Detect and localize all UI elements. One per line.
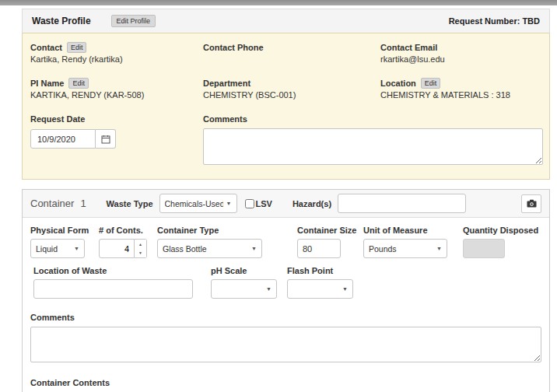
container-header: Container1 Waste Type Chemicals-Used ▼ L… <box>23 190 549 218</box>
contact-edit-button[interactable]: Edit <box>67 42 87 53</box>
unit-of-measure-dropdown[interactable]: Pounds ▼ <box>363 239 447 258</box>
stepper-down-icon[interactable]: ▼ <box>135 249 146 258</box>
department-label: Department <box>203 79 250 88</box>
request-date-label: Request Date <box>30 114 85 124</box>
camera-button[interactable] <box>521 194 541 213</box>
chevron-down-icon: ▼ <box>226 201 232 206</box>
location-of-waste-field: Location of Waste <box>33 266 193 299</box>
quantity-disposed-label: Quantity Disposed <box>463 226 538 235</box>
hazards-label: Hazard(s) <box>293 199 331 208</box>
container-comments-field: Comments <box>30 310 541 366</box>
contact-value: Kartika, Rendy (rkartika) <box>30 54 203 67</box>
top-divider-bar <box>0 0 557 5</box>
num-conts-label: # of Conts. <box>99 226 147 235</box>
chevron-down-icon: ▼ <box>436 246 442 251</box>
chevron-down-icon: ▼ <box>342 286 348 292</box>
chevron-down-icon: ▼ <box>74 246 79 251</box>
flash-point-field: Flash Point ▼ <box>287 266 353 299</box>
pi-name-field: PI Name Edit KARTIKA, RENDY (KAR-508) <box>30 76 203 109</box>
contact-email-label: Contact Email <box>380 43 437 52</box>
pi-name-label: PI Name <box>30 79 64 88</box>
waste-type-label: Waste Type <box>107 199 153 208</box>
container-type-dropdown[interactable]: Glass Bottle ▼ <box>157 239 262 258</box>
waste-profile-page: Waste Profile Edit Profile Request Numbe… <box>22 9 550 392</box>
quantity-disposed-input <box>463 239 505 258</box>
flash-point-label: Flash Point <box>287 266 353 275</box>
profile-comments-textarea[interactable] <box>203 128 543 165</box>
lsv-checkbox-group: LSV <box>245 199 272 208</box>
physical-form-label: Physical Form <box>30 226 89 235</box>
container-contents-title: Container Contents <box>30 378 541 387</box>
ph-scale-field: pH Scale ▼ <box>211 266 277 299</box>
physical-form-dropdown[interactable]: Liquid ▼ <box>30 239 85 258</box>
lsv-checkbox[interactable] <box>245 199 254 208</box>
quantity-disposed-field: Quantity Disposed <box>463 226 538 258</box>
ph-scale-dropdown[interactable]: ▼ <box>211 279 277 299</box>
waste-profile-header: Waste Profile Edit Profile Request Numbe… <box>22 9 550 33</box>
edit-profile-button[interactable]: Edit Profile <box>111 15 156 27</box>
request-number-label: Request Number: <box>449 16 520 26</box>
container-type-label: Container Type <box>157 226 262 235</box>
container-title: Container1 <box>30 198 86 209</box>
request-date-input[interactable] <box>30 129 96 149</box>
num-conts-input[interactable] <box>99 239 135 258</box>
location-label: Location <box>380 79 416 88</box>
waste-type-dropdown[interactable]: Chemicals-Used ▼ <box>159 194 237 213</box>
unit-of-measure-field: Unit of Measure Pounds ▼ <box>363 226 447 258</box>
chevron-down-icon: ▼ <box>251 246 257 251</box>
camera-icon <box>527 199 537 208</box>
location-value: CHEMISTRY & MATERIALS : 318 <box>380 90 541 103</box>
pi-name-value: KARTIKA, RENDY (KAR-508) <box>30 90 203 103</box>
ph-scale-label: pH Scale <box>211 266 277 275</box>
contact-phone-value <box>203 54 380 67</box>
hazards-input[interactable] <box>338 194 466 213</box>
request-number: Request Number: TBD <box>449 16 540 26</box>
contact-field: Contact Edit Kartika, Rendy (rkartika) <box>30 40 203 73</box>
container-size-input[interactable] <box>297 239 341 258</box>
num-conts-stepper: ▲ ▼ <box>99 239 147 258</box>
container-number: 1 <box>80 198 86 209</box>
container-comments-textarea[interactable] <box>30 327 541 362</box>
container-size-field: Container Size <box>297 226 353 258</box>
profile-section: Contact Edit Kartika, Rendy (rkartika) C… <box>22 33 550 180</box>
stepper-up-icon[interactable]: ▲ <box>135 240 146 249</box>
request-date-field: Request Date <box>30 112 203 168</box>
profile-comments-field: Comments <box>203 112 541 168</box>
container-body: Physical Form Liquid ▼ # of Conts. ▲ ▼ <box>23 218 549 392</box>
contact-phone-label: Contact Phone <box>203 43 264 52</box>
contact-phone-field: Contact Phone <box>203 40 380 73</box>
location-of-waste-input[interactable] <box>33 279 193 299</box>
department-field: Department CHEMISTRY (BSC-001) <box>203 76 380 109</box>
container-panel: Container1 Waste Type Chemicals-Used ▼ L… <box>22 189 550 392</box>
location-of-waste-label: Location of Waste <box>33 266 193 275</box>
container-type-field: Container Type Glass Bottle ▼ <box>157 226 262 258</box>
container-size-label: Container Size <box>297 226 353 235</box>
request-number-value: TBD <box>522 16 540 26</box>
unit-of-measure-label: Unit of Measure <box>363 226 447 235</box>
contact-email-field: Contact Email rkartika@lsu.edu <box>380 40 541 73</box>
contact-email-value: rkartika@lsu.edu <box>380 54 541 67</box>
department-value: CHEMISTRY (BSC-001) <box>203 90 380 103</box>
container-comments-label: Comments <box>30 313 75 322</box>
contact-label: Contact <box>30 43 62 52</box>
calendar-button[interactable] <box>96 129 116 149</box>
physical-form-field: Physical Form Liquid ▼ <box>30 226 89 258</box>
chevron-down-icon: ▼ <box>266 286 271 292</box>
profile-comments-label: Comments <box>203 114 247 124</box>
flash-point-dropdown[interactable]: ▼ <box>287 279 353 299</box>
calendar-icon <box>101 135 110 144</box>
location-edit-button[interactable]: Edit <box>421 78 441 89</box>
location-field: Location Edit CHEMISTRY & MATERIALS : 31… <box>380 76 541 109</box>
lsv-label: LSV <box>256 199 272 208</box>
page-title: Waste Profile <box>32 16 91 26</box>
num-conts-field: # of Conts. ▲ ▼ <box>99 226 147 258</box>
pi-name-edit-button[interactable]: Edit <box>68 78 89 89</box>
